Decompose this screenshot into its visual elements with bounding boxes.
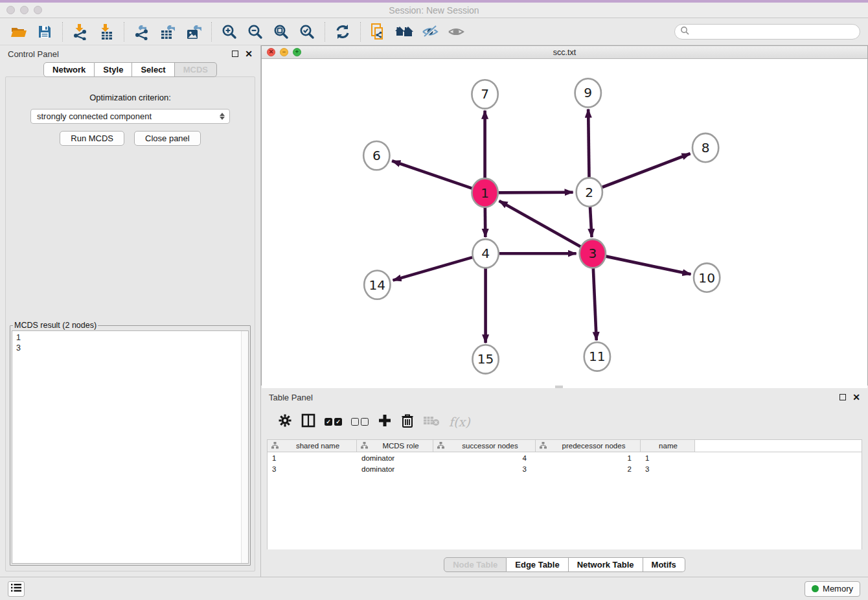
column-header-shared-name[interactable]: shared name xyxy=(268,440,357,452)
zoom-fit-button[interactable] xyxy=(270,21,292,42)
deselect-all-button[interactable] xyxy=(351,412,369,432)
network-canvas[interactable]: 7968124314101511 xyxy=(262,59,867,388)
show-column-panel-button[interactable] xyxy=(301,412,315,432)
table-cell[interactable]: 1 xyxy=(268,452,357,463)
table-cell[interactable]: 3 xyxy=(433,463,536,474)
svg-text:3: 3 xyxy=(588,246,597,261)
search-input[interactable] xyxy=(692,27,854,36)
tab-select[interactable]: Select xyxy=(132,62,174,77)
tab-network-table[interactable]: Network Table xyxy=(569,557,643,572)
close-panel-icon[interactable]: ✕ xyxy=(245,49,253,58)
table-cell[interactable]: 1 xyxy=(641,452,695,463)
graph-edge-3-1[interactable] xyxy=(499,201,581,247)
checked-boxes-icon: ✓✓ xyxy=(325,418,342,426)
column-header-predecessor-nodes[interactable]: predecessor nodes xyxy=(536,440,641,452)
graph-edge-3-11[interactable] xyxy=(593,267,597,340)
column-header-successor-nodes[interactable]: successor nodes xyxy=(433,440,536,452)
table-cell[interactable]: 3 xyxy=(268,463,357,474)
save-session-button[interactable] xyxy=(34,21,56,42)
graph-node-6[interactable]: 6 xyxy=(363,141,389,170)
zoom-in-button[interactable] xyxy=(218,21,240,42)
graph-node-4[interactable]: 4 xyxy=(472,239,498,268)
export-network-button[interactable] xyxy=(131,21,153,42)
open-session-button[interactable] xyxy=(8,21,30,42)
toolbar-separator xyxy=(62,22,63,41)
tab-edge-table[interactable]: Edge Table xyxy=(507,557,568,572)
hierarchy-icon xyxy=(540,442,547,450)
tab-node-table[interactable]: Node Table xyxy=(444,557,507,572)
close-panel-button[interactable]: Close panel xyxy=(134,131,201,146)
table-cell[interactable]: 2 xyxy=(536,463,641,474)
mcds-result-text[interactable]: 1 3 xyxy=(12,330,249,564)
svg-text:6: 6 xyxy=(372,148,381,163)
table-toolbar: ✓✓ f(x) xyxy=(266,408,863,435)
column-header-name[interactable]: name xyxy=(641,440,695,452)
graph-edge-1-2[interactable] xyxy=(499,192,573,193)
graph-node-15[interactable]: 15 xyxy=(472,345,498,373)
close-panel-icon[interactable]: ✕ xyxy=(852,393,860,402)
float-panel-icon[interactable] xyxy=(232,51,238,57)
first-neighbors-button[interactable] xyxy=(393,21,415,42)
table-cell[interactable]: dominator xyxy=(357,452,433,463)
clone-network-button[interactable] xyxy=(367,21,389,42)
zoom-selected-icon xyxy=(299,23,315,40)
tab-network[interactable]: Network xyxy=(43,62,95,77)
graph-node-2[interactable]: 2 xyxy=(577,178,602,206)
table-settings-button[interactable] xyxy=(278,412,292,432)
graph-edge-4-14[interactable] xyxy=(393,257,473,280)
select-all-button[interactable]: ✓✓ xyxy=(325,412,342,432)
optimization-criterion-label: Optimization criterion: xyxy=(6,93,255,102)
graph-edge-1-4[interactable] xyxy=(485,207,486,237)
delete-table-button[interactable] xyxy=(423,412,440,432)
graph-node-9[interactable]: 9 xyxy=(575,78,601,107)
list-icon xyxy=(11,583,21,595)
graph-edge-2-3[interactable] xyxy=(590,206,592,237)
table-row[interactable]: 3dominator323 xyxy=(268,463,862,474)
canvas-resize-grip[interactable] xyxy=(555,386,563,388)
tab-style[interactable]: Style xyxy=(95,62,132,77)
export-image-icon xyxy=(185,23,203,40)
column-header-MCDS-role[interactable]: MCDS role xyxy=(357,440,433,452)
graph-edge-3-10[interactable] xyxy=(606,257,691,275)
memory-button[interactable]: Memory xyxy=(805,581,860,597)
apply-layout-button[interactable] xyxy=(332,21,354,42)
graph-node-3[interactable]: 3 xyxy=(580,239,606,268)
export-image-button[interactable] xyxy=(183,21,205,42)
task-history-button[interactable] xyxy=(8,581,25,597)
table-cell[interactable]: 3 xyxy=(641,463,695,474)
graph-node-7[interactable]: 7 xyxy=(472,80,497,108)
table-cell[interactable]: dominator xyxy=(357,463,433,474)
import-table-button[interactable] xyxy=(95,21,117,42)
criterion-select[interactable]: strongly connected component xyxy=(30,109,230,124)
control-panel-title: Control Panel xyxy=(8,49,232,59)
graph-node-8[interactable]: 8 xyxy=(692,133,718,162)
graph-node-1[interactable]: 1 xyxy=(472,178,497,207)
tab-motifs[interactable]: Motifs xyxy=(643,557,685,572)
graph-edge-2-9[interactable] xyxy=(588,110,589,179)
zoom-in-icon xyxy=(221,23,238,40)
result-scrollbar[interactable] xyxy=(241,331,248,563)
show-all-button[interactable] xyxy=(445,21,467,42)
zoom-out-button[interactable] xyxy=(244,21,266,42)
network-graph[interactable]: 7968124314101511 xyxy=(262,59,867,388)
import-table-icon xyxy=(98,23,115,40)
delete-row-button[interactable] xyxy=(401,412,414,432)
table-cell[interactable]: 1 xyxy=(536,452,641,463)
tab-mcds[interactable]: MCDS xyxy=(175,62,217,77)
graph-node-11[interactable]: 11 xyxy=(584,342,610,371)
import-network-button[interactable] xyxy=(69,21,91,42)
graph-node-14[interactable]: 14 xyxy=(364,270,390,299)
float-panel-icon[interactable] xyxy=(839,394,846,400)
graph-edge-2-8[interactable] xyxy=(602,154,691,187)
export-table-button[interactable] xyxy=(157,21,179,42)
zoom-selected-button[interactable] xyxy=(296,21,318,42)
graph-node-10[interactable]: 10 xyxy=(694,263,720,292)
run-mcds-button[interactable]: Run MCDS xyxy=(60,131,124,146)
table-cell[interactable]: 4 xyxy=(433,452,536,463)
search-box[interactable] xyxy=(674,24,860,40)
hide-selected-button[interactable] xyxy=(419,21,441,42)
function-builder-button[interactable]: f(x) xyxy=(449,412,470,432)
table-row[interactable]: 1dominator411 xyxy=(268,452,862,463)
add-row-button[interactable] xyxy=(378,412,392,432)
graph-edge-1-6[interactable] xyxy=(392,161,472,188)
